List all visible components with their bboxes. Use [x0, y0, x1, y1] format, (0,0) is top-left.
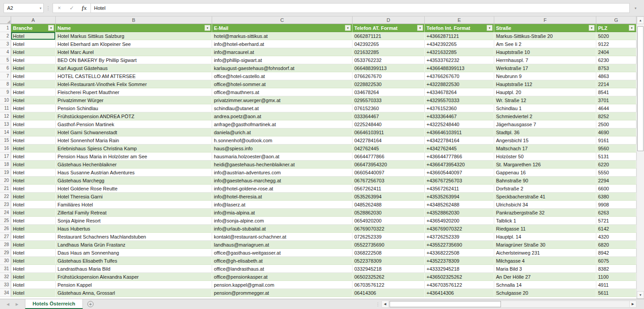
- cell-E18[interactable]: +4366473954320: [425, 161, 494, 169]
- cell-E12[interactable]: +4333364467: [425, 112, 494, 120]
- cell-F18[interactable]: St. Margarethen 126: [494, 161, 596, 169]
- cell-G22[interactable]: 6380: [596, 193, 636, 201]
- name-box-dropdown-icon[interactable]: ▾: [40, 6, 41, 10]
- cell-C8[interactable]: office@hotel-sommer.at: [212, 80, 353, 88]
- cell-A15[interactable]: Hotel: [11, 136, 56, 144]
- cell-G4[interactable]: 2404: [596, 48, 636, 56]
- cell-G5[interactable]: 6230: [596, 56, 636, 64]
- scroll-left-icon[interactable]: ◀: [382, 301, 389, 307]
- cell-G20[interactable]: 2294: [596, 177, 636, 185]
- cell-F13[interactable]: Jägerhausgasse 7: [494, 120, 596, 128]
- cell-B11[interactable]: Pension Schindlau: [56, 104, 212, 112]
- row-header-5[interactable]: 5: [0, 56, 11, 64]
- cell-B26[interactable]: Haus Hubertus: [56, 225, 212, 233]
- row-header-27[interactable]: 27: [0, 233, 11, 241]
- cell-E31[interactable]: +43332945218: [425, 265, 494, 273]
- cell-B31[interactable]: Landrasthaus Maria Bild: [56, 265, 212, 273]
- cell-F33[interactable]: Schnalla 14: [494, 281, 596, 289]
- cell-F11[interactable]: Schindlau 1: [494, 104, 596, 112]
- cell-A12[interactable]: Hotel: [11, 112, 56, 120]
- cell-F7[interactable]: Neubrunn 9: [494, 72, 596, 80]
- header-cell-G[interactable]: PLZ▾: [596, 24, 636, 32]
- cell-E29[interactable]: +43368222508: [425, 249, 494, 257]
- cell-F15[interactable]: Angersbichl 15: [494, 136, 596, 144]
- cell-F10[interactable]: Wr. Straße 12: [494, 96, 596, 104]
- cell-A33[interactable]: Hotel: [11, 281, 56, 289]
- cell-C22[interactable]: info@hotel-theresia.at: [212, 193, 353, 201]
- cell-F28[interactable]: Mariagrüner Straße 30: [494, 241, 596, 249]
- cell-B29[interactable]: Daus Haus am Sonnenhang: [56, 249, 212, 257]
- cell-B6[interactable]: Karl August Gästehaus: [56, 64, 212, 72]
- row-header-28[interactable]: 28: [0, 241, 11, 249]
- cell-A23[interactable]: Hotel: [11, 201, 56, 209]
- cell-A11[interactable]: Hotel: [11, 104, 56, 112]
- column-header-B[interactable]: B: [56, 16, 212, 24]
- scroll-right-icon[interactable]: ▶: [629, 301, 636, 307]
- row-header-11[interactable]: 11: [0, 104, 11, 112]
- cell-B22[interactable]: Hotel Theresia Garni: [56, 193, 212, 201]
- cell-D30[interactable]: 0522378309: [353, 257, 425, 265]
- filter-dropdown-icon[interactable]: ▾: [48, 25, 54, 31]
- cell-D34[interactable]: 06414306: [353, 289, 425, 297]
- cell-C16[interactable]: haus@spiess.info: [212, 144, 353, 152]
- cell-C33[interactable]: pension.kappel@gmail.com: [212, 281, 353, 289]
- cell-D12[interactable]: 033364467: [353, 112, 425, 120]
- cell-C24[interactable]: info@mia-alpina.at: [212, 209, 353, 217]
- formula-bar-expand-icon[interactable]: ▾: [630, 6, 641, 10]
- filter-dropdown-icon[interactable]: ▾: [629, 25, 635, 31]
- cell-F29[interactable]: Aicherlsteinweg 231: [494, 249, 596, 257]
- scroll-up-icon[interactable]: ▲: [637, 16, 644, 24]
- cell-F9[interactable]: Hauptpl. 20: [494, 88, 596, 96]
- cell-G9[interactable]: 8541: [596, 88, 636, 96]
- cell-A6[interactable]: Hotel: [11, 64, 56, 72]
- cell-G27[interactable]: 4320: [596, 233, 636, 241]
- cell-G12[interactable]: 8252: [596, 112, 636, 120]
- row-header-21[interactable]: 21: [0, 185, 11, 193]
- cell-B17[interactable]: Pension Haus Maria in Holzöster am See: [56, 152, 212, 161]
- row-header-7[interactable]: 7: [0, 72, 11, 80]
- cell-E14[interactable]: +436646103911: [425, 128, 494, 136]
- filter-dropdown-icon[interactable]: ▾: [417, 25, 423, 31]
- cell-A30[interactable]: Hotel: [11, 257, 56, 265]
- cell-B18[interactable]: Gästehaus Hechenblaikner: [56, 161, 212, 169]
- cell-D14[interactable]: 06646103911: [353, 128, 425, 136]
- cell-F19[interactable]: Gappenau 16: [494, 169, 596, 177]
- cell-F20[interactable]: Bahnstraße 90: [494, 177, 596, 185]
- filter-dropdown-icon[interactable]: ▾: [205, 25, 210, 31]
- row-header-32[interactable]: 32: [0, 273, 11, 281]
- horizontal-scroll-track[interactable]: [389, 301, 629, 307]
- cell-D4[interactable]: 021632285: [353, 48, 425, 56]
- column-header-D[interactable]: D: [353, 16, 425, 24]
- cell-G7[interactable]: 4863: [596, 72, 636, 80]
- cell-F4[interactable]: Hauptstraße 10: [494, 48, 596, 56]
- row-header-19[interactable]: 19: [0, 169, 11, 177]
- cell-A13[interactable]: Hotel: [11, 120, 56, 128]
- cell-G31[interactable]: 8382: [596, 265, 636, 273]
- row-header-34[interactable]: 34: [0, 289, 11, 297]
- row-header-25[interactable]: 25: [0, 217, 11, 225]
- cell-C25[interactable]: info@sonja-alpine.com: [212, 217, 353, 225]
- row-header-29[interactable]: 29: [0, 249, 11, 257]
- cell-D22[interactable]: 0535263994: [353, 193, 425, 201]
- cell-E23[interactable]: +43485262488: [425, 201, 494, 209]
- cell-E17[interactable]: +436644777866: [425, 152, 494, 161]
- column-header-C[interactable]: C: [212, 16, 353, 24]
- cell-A4[interactable]: Hotel: [11, 48, 56, 56]
- cell-E26[interactable]: +436769070322: [425, 225, 494, 233]
- row-header-23[interactable]: 23: [0, 201, 11, 209]
- cell-E5[interactable]: +43533762232: [425, 56, 494, 64]
- cell-A25[interactable]: Hotel: [11, 217, 56, 225]
- cell-D26[interactable]: 06769070322: [353, 225, 425, 233]
- cell-A16[interactable]: Hotel: [11, 144, 56, 152]
- cell-B7[interactable]: HOTEL CASTELLO AM ATTERSEE: [56, 72, 212, 80]
- cell-E28[interactable]: +435522735690: [425, 241, 494, 249]
- cell-G6[interactable]: 8753: [596, 64, 636, 72]
- cell-C17[interactable]: hausmaria.holzoester@aon.at: [212, 152, 353, 161]
- cell-G28[interactable]: 6820: [596, 241, 636, 249]
- prev-sheet-icon[interactable]: ◀: [7, 302, 9, 306]
- cell-B30[interactable]: Gästehaus Elisabeth Tulfes: [56, 257, 212, 265]
- cell-B23[interactable]: Familiäres Hotel: [56, 201, 212, 209]
- cell-A2[interactable]: Hotel: [11, 32, 56, 40]
- cell-B13[interactable]: Gasthof-Pension Martinek: [56, 120, 212, 128]
- cell-D10[interactable]: 0295570333: [353, 96, 425, 104]
